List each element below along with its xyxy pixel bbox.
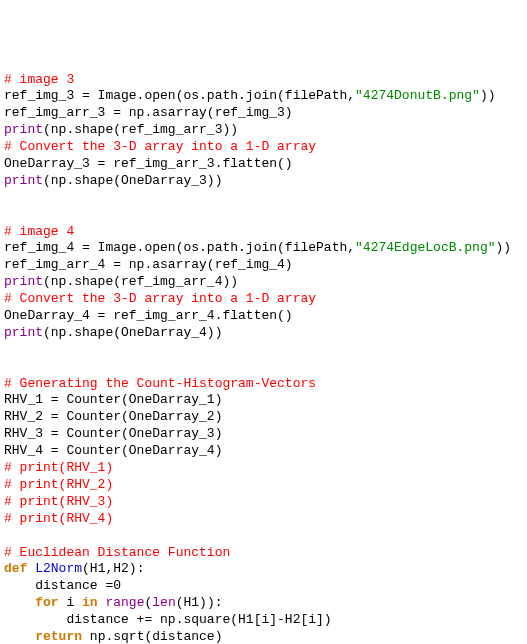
code-line: ref_img_arr_3 = np.asarray(ref_img_3) bbox=[4, 105, 523, 122]
code-token: print bbox=[4, 274, 43, 289]
code-token: len bbox=[152, 595, 175, 610]
code-line bbox=[4, 207, 523, 224]
code-token: RHV_1 = Counter(OneDarray_1) bbox=[4, 392, 222, 407]
code-token: OneDarray_3 = ref_img_arr_3.flatten() bbox=[4, 156, 293, 171]
code-token: "4274EdgeLocB.png" bbox=[355, 240, 495, 255]
code-line: print(np.shape(OneDarray_4)) bbox=[4, 325, 523, 342]
code-line: RHV_1 = Counter(OneDarray_1) bbox=[4, 392, 523, 409]
code-token: (np.shape(ref_img_arr_3)) bbox=[43, 122, 238, 137]
code-token: ref_img_4 = Image.open(os.path.join(file… bbox=[4, 240, 355, 255]
code-token: for bbox=[35, 595, 58, 610]
code-token: (np.shape(OneDarray_4)) bbox=[43, 325, 222, 340]
code-token: RHV_2 = Counter(OneDarray_2) bbox=[4, 409, 222, 424]
code-line: # print(RHV_1) bbox=[4, 460, 523, 477]
code-token: def bbox=[4, 561, 27, 576]
code-block: # image 3ref_img_3 = Image.open(os.path.… bbox=[4, 72, 523, 644]
code-token: )) bbox=[480, 88, 496, 103]
code-line: distance =0 bbox=[4, 578, 523, 595]
code-token: ref_img_arr_3 = np.asarray(ref_img_3) bbox=[4, 105, 293, 120]
code-token: RHV_3 = Counter(OneDarray_3) bbox=[4, 426, 222, 441]
code-token: RHV_4 = Counter(OneDarray_4) bbox=[4, 443, 222, 458]
code-token: ref_img_arr_4 = np.asarray(ref_img_4) bbox=[4, 257, 293, 272]
code-token: (np.shape(ref_img_arr_4)) bbox=[43, 274, 238, 289]
code-line: print(np.shape(ref_img_arr_4)) bbox=[4, 274, 523, 291]
code-line: # image 4 bbox=[4, 224, 523, 241]
code-line: # Euclidean Distance Function bbox=[4, 545, 523, 562]
code-token: # Euclidean Distance Function bbox=[4, 545, 230, 560]
code-line bbox=[4, 528, 523, 545]
code-token: L2Norm bbox=[35, 561, 82, 576]
code-line: # Convert the 3-D array into a 1-D array bbox=[4, 291, 523, 308]
code-token: # print(RHV_1) bbox=[4, 460, 113, 475]
code-line: RHV_2 = Counter(OneDarray_2) bbox=[4, 409, 523, 426]
code-line: OneDarray_4 = ref_img_arr_4.flatten() bbox=[4, 308, 523, 325]
code-token: # Generating the Count-Histogram-Vectors bbox=[4, 376, 316, 391]
code-token: ref_img_3 = Image.open(os.path.join(file… bbox=[4, 88, 355, 103]
code-line: distance += np.square(H1[i]-H2[i]) bbox=[4, 612, 523, 629]
code-token bbox=[4, 629, 35, 644]
code-token: print bbox=[4, 173, 43, 188]
code-line: RHV_4 = Counter(OneDarray_4) bbox=[4, 443, 523, 460]
code-line: # print(RHV_2) bbox=[4, 477, 523, 494]
code-line: print(np.shape(ref_img_arr_3)) bbox=[4, 122, 523, 139]
code-line bbox=[4, 359, 523, 376]
code-line: # print(RHV_4) bbox=[4, 511, 523, 528]
code-line: # Convert the 3-D array into a 1-D array bbox=[4, 139, 523, 156]
code-line: print(np.shape(OneDarray_3)) bbox=[4, 173, 523, 190]
code-token: "4274DonutB.png" bbox=[355, 88, 480, 103]
code-token: print bbox=[4, 122, 43, 137]
code-line: # print(RHV_3) bbox=[4, 494, 523, 511]
code-token: (H1,H2): bbox=[82, 561, 144, 576]
code-token: return bbox=[35, 629, 82, 644]
code-line: def L2Norm(H1,H2): bbox=[4, 561, 523, 578]
code-line: # Generating the Count-Histogram-Vectors bbox=[4, 376, 523, 393]
code-token: # Convert the 3-D array into a 1-D array bbox=[4, 291, 316, 306]
code-line bbox=[4, 190, 523, 207]
code-token: np.sqrt(distance) bbox=[82, 629, 222, 644]
code-token: distance += np.square(H1[i]-H2[i]) bbox=[4, 612, 332, 627]
code-line: for i in range(len(H1)): bbox=[4, 595, 523, 612]
code-token: (np.shape(OneDarray_3)) bbox=[43, 173, 222, 188]
code-token: )) bbox=[496, 240, 512, 255]
code-token: # image 4 bbox=[4, 224, 74, 239]
code-line: ref_img_3 = Image.open(os.path.join(file… bbox=[4, 88, 523, 105]
code-line: ref_img_arr_4 = np.asarray(ref_img_4) bbox=[4, 257, 523, 274]
code-token: # print(RHV_3) bbox=[4, 494, 113, 509]
code-line: # image 3 bbox=[4, 72, 523, 89]
code-token: in bbox=[82, 595, 98, 610]
code-token: # Convert the 3-D array into a 1-D array bbox=[4, 139, 316, 154]
code-line: RHV_3 = Counter(OneDarray_3) bbox=[4, 426, 523, 443]
code-token: print bbox=[4, 325, 43, 340]
code-token: range bbox=[105, 595, 144, 610]
code-line: OneDarray_3 = ref_img_arr_3.flatten() bbox=[4, 156, 523, 173]
code-token: OneDarray_4 = ref_img_arr_4.flatten() bbox=[4, 308, 293, 323]
code-token: # print(RHV_2) bbox=[4, 477, 113, 492]
code-token: distance =0 bbox=[4, 578, 121, 593]
code-line bbox=[4, 342, 523, 359]
code-token bbox=[4, 595, 35, 610]
code-line: ref_img_4 = Image.open(os.path.join(file… bbox=[4, 240, 523, 257]
code-token: # image 3 bbox=[4, 72, 74, 87]
code-token: i bbox=[59, 595, 82, 610]
code-token: # print(RHV_4) bbox=[4, 511, 113, 526]
code-token: (H1)): bbox=[176, 595, 223, 610]
code-line: return np.sqrt(distance) bbox=[4, 629, 523, 644]
